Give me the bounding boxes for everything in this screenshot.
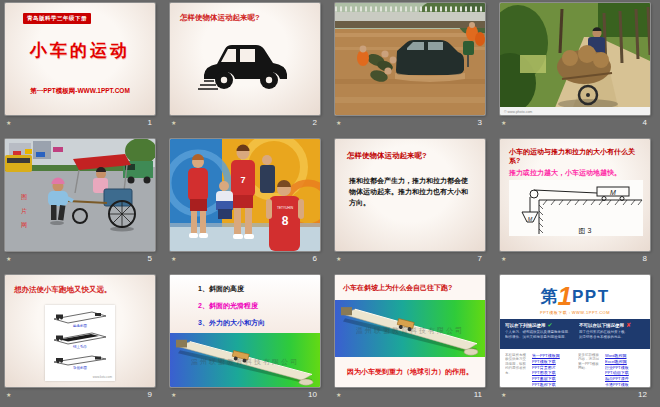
question-band: 小车在斜坡上为什么会自己往下跑? bbox=[335, 275, 485, 300]
photo-watermark: 图 bbox=[21, 194, 27, 201]
slide-cell-12: 第1PPT PPT模板下载：WWW.1PPT.COM 可以在下列情况使用 ✔ 个… bbox=[500, 275, 650, 403]
slide-6-footer: ★ 6 bbox=[170, 252, 320, 266]
company-watermark: 温州联盟教育科技有限公司 bbox=[191, 357, 299, 366]
slide-number: 10 bbox=[308, 391, 317, 399]
ramp-diagram-2 bbox=[51, 330, 109, 345]
animation-indicator-icon: ★ bbox=[6, 256, 11, 262]
slide-10-thumbnail[interactable]: 1、斜面的高度 2、斜面的光滑程度 3、外力的大小和方向 bbox=[170, 275, 320, 387]
slide-cell-10: 1、斜面的高度 2、斜面的光滑程度 3、外力的大小和方向 bbox=[170, 275, 320, 403]
slide-number: 9 bbox=[148, 391, 152, 399]
cross-icon: ✘ bbox=[626, 322, 631, 328]
ramp-diagram-1 bbox=[51, 309, 109, 324]
slide-8-thumbnail[interactable]: 小车的运动与推力和拉力的大小有什么关系? 推力或拉力越大，小车运动地越快。 bbox=[500, 139, 650, 251]
usage-terms-band: 可以在下列情况使用 ✔ 个人学习、研究或欣赏以及课堂教学使用。 制作课件、演示文… bbox=[500, 319, 650, 349]
question-title: 小车在斜坡上为什么会自己往下跑? bbox=[343, 283, 452, 293]
slide-7-thumbnail[interactable]: 怎样使物体运动起来呢? 推和拉都会产生力，推力和拉力都会使物体运动起来。推力和拉… bbox=[335, 139, 485, 251]
cart-mass-label: M bbox=[610, 188, 616, 195]
slide-cell-5: 图 片 网 ★ 5 bbox=[5, 139, 155, 267]
link[interactable]: 卡通PPT模板 bbox=[605, 382, 645, 387]
animation-indicator-icon: ★ bbox=[501, 120, 506, 126]
links-area: 本栏目所有模板仅供学习交流使用，版权均归原作者所有。 第一PPT模板网 PPT模… bbox=[500, 353, 650, 387]
slide-cell-8: 小车的运动与推力和拉力的大小有什么关系? 推力或拉力越大，小车运动地越快。 bbox=[500, 139, 650, 267]
photo-credit: © www.photo.com bbox=[504, 110, 532, 114]
list-item-3: 3、外力的大小和方向 bbox=[198, 318, 320, 328]
ramp-caption: 放低斜面 bbox=[45, 366, 115, 370]
slide-cell-6: 7 TETYUHIN 8 ★ bbox=[170, 139, 320, 267]
volleyball-photo-illustration: 7 TETYUHIN 8 bbox=[170, 139, 320, 251]
slide-3-footer: ★ 3 bbox=[335, 116, 485, 130]
slide-sorter-page: { "page": {"background": "#696969"}, "ic… bbox=[0, 0, 660, 407]
svg-text:网: 网 bbox=[21, 222, 27, 228]
loaded-bicycle-photo-illustration: © www.photo.com bbox=[500, 3, 650, 115]
slide-cell-11: 小车在斜坡上为什么会自己往下跑? 温 bbox=[335, 275, 485, 403]
slide-number: 11 bbox=[474, 391, 482, 399]
answer-text: 推力或拉力越大，小车运动地越快。 bbox=[509, 168, 643, 178]
slide-3-thumbnail[interactable] bbox=[335, 3, 485, 115]
slide-9-thumbnail[interactable]: 想办法使小车跑地又快又远。 垫高斜面 bbox=[5, 275, 155, 387]
animation-indicator-icon: ★ bbox=[501, 392, 506, 398]
animation-indicator-icon: ★ bbox=[6, 392, 11, 398]
answer-text: 因为小车受到重力（地球引力）的作用。 bbox=[347, 367, 473, 377]
slide-6-thumbnail[interactable]: 7 TETYUHIN 8 bbox=[170, 139, 320, 251]
slide-grid: 青岛版科学三年级下册 小车的运动 第一PPT模板网-WWW.1PPT.COM ★… bbox=[0, 0, 660, 403]
slide-4-thumbnail[interactable]: © www.photo.com bbox=[500, 3, 650, 115]
slide-1-thumbnail[interactable]: 青岛版科学三年级下册 小车的运动 第一PPT模板网-WWW.1PPT.COM bbox=[5, 3, 155, 115]
slide-11-thumbnail[interactable]: 小车在斜坡上为什么会自己往下跑? 温 bbox=[335, 275, 485, 387]
car-icon bbox=[198, 35, 294, 93]
pulley-cart-diagram: M M 图 3 bbox=[509, 180, 643, 236]
slide-1-footer: ★ 1 bbox=[5, 116, 155, 130]
question-title: 怎样使物体运动起来呢? bbox=[347, 151, 427, 161]
slide-number: 5 bbox=[148, 255, 152, 263]
animation-indicator-icon: ★ bbox=[6, 120, 11, 126]
slide-12-footer: ★ 12 bbox=[500, 388, 650, 402]
template-site-credit: 第一PPT模板网-WWW.1PPT.COM bbox=[5, 87, 155, 96]
1ppt-logo: 第1PPT bbox=[500, 283, 650, 309]
slide-7-footer: ★ 7 bbox=[335, 252, 485, 266]
slide-12-thumbnail[interactable]: 第1PPT PPT模板下载：WWW.1PPT.COM 可以在下列情况使用 ✔ 个… bbox=[500, 275, 650, 387]
jersey-number-8: 8 bbox=[282, 214, 289, 228]
animation-indicator-icon: ★ bbox=[501, 256, 506, 262]
forbidden-title: 不可以在以下情况使用 bbox=[579, 323, 624, 328]
ramp-caption: 垫高斜面 bbox=[45, 324, 115, 328]
animation-indicator-icon: ★ bbox=[336, 120, 341, 126]
links-right-group: 更多精彩模板内容，请访问第一PPT模板网站。 Word教程网 Excel教程网 … bbox=[578, 353, 645, 387]
slide-number: 2 bbox=[313, 119, 317, 127]
logo-tagline: PPT模板下载：WWW.1PPT.COM bbox=[500, 310, 650, 315]
list-item-2: 2、斜面的光滑程度 bbox=[198, 301, 320, 311]
animation-indicator-icon: ★ bbox=[171, 256, 176, 262]
animation-indicator-icon: ★ bbox=[336, 256, 341, 262]
company-watermark: 温州联盟教育科技有限公司 bbox=[356, 326, 464, 335]
slide-number: 12 bbox=[638, 391, 647, 399]
animation-indicator-icon: ★ bbox=[171, 392, 176, 398]
jersey-name: TETYUHIN bbox=[277, 206, 294, 210]
question-title: 小车的运动与推力和拉力的大小有什么关系? bbox=[509, 147, 643, 166]
slide-2-thumbnail[interactable]: 怎样使物体运动起来呢? bbox=[170, 3, 320, 115]
ramp-experiments-figure: 垫高斜面 铺上毛巾 bbox=[45, 305, 115, 381]
slide-cell-1: 青岛版科学三年级下册 小车的运动 第一PPT模板网-WWW.1PPT.COM ★… bbox=[5, 3, 155, 131]
answer-text: 推和拉都会产生力，推力和拉力都会使物体运动起来。推力和拉力也有大小和方向。 bbox=[349, 175, 473, 209]
slide-11-footer: ★ 11 bbox=[335, 388, 485, 402]
list-item-1: 1、斜面的高度 bbox=[198, 284, 320, 294]
question-title: 怎样使物体运动起来呢? bbox=[180, 13, 260, 23]
ramp-render-image: 温州联盟教育科技有限公司 bbox=[170, 333, 320, 387]
allowed-usage-column: 可以在下列情况使用 ✔ 个人学习、研究或欣赏以及课堂教学使用。 制作课件、演示文… bbox=[505, 322, 571, 346]
slide-5-footer: ★ 5 bbox=[5, 252, 155, 266]
slide-number: 4 bbox=[643, 119, 647, 127]
weight-mass-label: M bbox=[528, 215, 533, 221]
slide-number: 7 bbox=[478, 255, 482, 263]
allowed-title: 可以在下列情况使用 bbox=[505, 323, 546, 328]
factor-list: 1、斜面的高度 2、斜面的光滑程度 3、外力的大小和方向 bbox=[170, 275, 320, 333]
slide-5-thumbnail[interactable]: 图 片 网 bbox=[5, 139, 155, 251]
ramp-render-image: 温州联盟教育科技有限公司 bbox=[335, 300, 485, 357]
link[interactable]: PPT教程下载 bbox=[532, 382, 572, 387]
slide-cell-7: 怎样使物体运动起来呢? 推和拉都会产生力，推力和拉力都会使物体运动起来。推力和拉… bbox=[335, 139, 485, 267]
ramp-caption: 铺上毛巾 bbox=[45, 345, 115, 349]
slide-8-footer: ★ 8 bbox=[500, 252, 650, 266]
jersey-number-7: 7 bbox=[240, 175, 245, 185]
note-text: 本栏目所有模板仅供学习交流使用，版权均归原作者所有。 bbox=[505, 353, 529, 387]
pedicab-photo-illustration: 图 片 网 bbox=[5, 139, 155, 251]
note-text: 更多精彩模板内容，请访问第一PPT模板网站。 bbox=[578, 353, 602, 387]
animation-indicator-icon: ★ bbox=[336, 392, 341, 398]
slide-cell-3: ★ 3 bbox=[335, 3, 485, 131]
deck-title: 小车的运动 bbox=[5, 39, 155, 62]
